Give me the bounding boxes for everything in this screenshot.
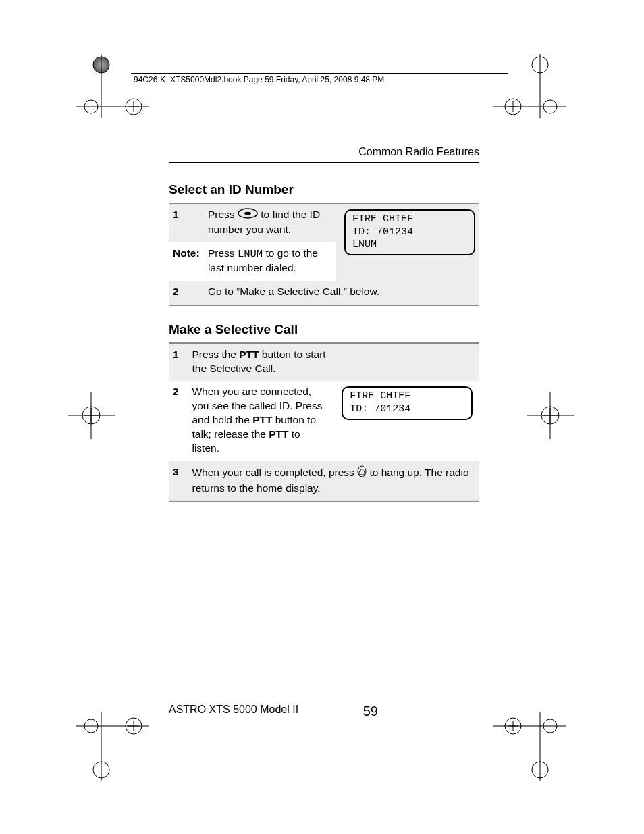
display-line: ID: 701234: [352, 226, 467, 239]
text: Press the: [192, 348, 239, 360]
step-number: 2: [169, 281, 204, 305]
step-text: Press the PTT button to start the Select…: [188, 343, 333, 382]
home-button-icon: [357, 465, 367, 481]
step-number: 1: [169, 203, 204, 242]
display-line: ID: 701234: [350, 403, 464, 416]
header-rule: [169, 162, 479, 163]
svg-point-40: [358, 466, 366, 477]
running-header: Common Radio Features: [169, 146, 479, 158]
radio-display: FIRE CHIEF ID: 701234 LNUM: [344, 209, 475, 255]
step-text: When your call is completed, press to ha…: [188, 461, 479, 502]
step-number: 3: [169, 461, 188, 502]
page-content: Select an ID Number 1 Press to find the …: [169, 182, 479, 502]
radio-display: FIRE CHIEF ID: 701234: [342, 386, 473, 420]
step-number: 1: [169, 343, 188, 382]
step-text: Press to find the ID number you want.: [204, 203, 336, 242]
display-line: FIRE CHIEF: [350, 390, 464, 403]
select-id-steps: 1 Press to find the ID number you want. …: [169, 203, 479, 306]
text: Press: [208, 209, 238, 220]
oval-nav-icon: [238, 208, 258, 223]
display-cell: FIRE CHIEF ID: 701234 LNUM: [336, 203, 479, 281]
page-number: 59: [363, 704, 378, 719]
section-title-select-id: Select an ID Number: [169, 182, 479, 197]
text: When your call is completed, press: [192, 467, 357, 478]
display-cell: [333, 343, 479, 382]
bold-term: PTT: [252, 414, 272, 425]
section-title-make-call: Make a Selective Call: [169, 322, 479, 337]
step-row: 2 Go to “Make a Selective Call,” below.: [169, 281, 479, 305]
note-label: Note:: [169, 242, 204, 281]
svg-point-39: [244, 212, 251, 215]
text: Press: [208, 247, 238, 259]
display-line: FIRE CHIEF: [352, 213, 467, 226]
step-number: 2: [169, 381, 188, 461]
make-call-steps: 1 Press the PTT button to start the Sele…: [169, 342, 479, 502]
step-text: When you are connected, you see the call…: [188, 381, 333, 461]
step-text: Go to “Make a Selective Call,” below.: [204, 281, 479, 305]
step-row: 1 Press to find the ID number you want. …: [169, 203, 479, 242]
note-text: Press LNUM to go to the last number dial…: [204, 242, 336, 281]
book-tag: 94C26-K_XTS5000Mdl2.book Page 59 Friday,…: [131, 73, 508, 86]
bold-term: PTT: [269, 428, 288, 440]
display-cell: FIRE CHIEF ID: 701234: [333, 381, 479, 461]
step-row: 3 When your call is completed, press to …: [169, 461, 479, 502]
footer-model: ASTRO XTS 5000 Model II: [169, 704, 298, 716]
section-make-call: Make a Selective Call 1 Press the PTT bu…: [169, 322, 479, 502]
bold-term: PTT: [239, 348, 259, 360]
display-line: LNUM: [352, 239, 467, 252]
softkey-name: LNUM: [238, 248, 263, 260]
step-row: 1 Press the PTT button to start the Sele…: [169, 343, 479, 382]
page: 94C26-K_XTS5000Mdl2.book Page 59 Friday,…: [0, 0, 644, 834]
step-row: 2 When you are connected, you see the ca…: [169, 381, 479, 461]
